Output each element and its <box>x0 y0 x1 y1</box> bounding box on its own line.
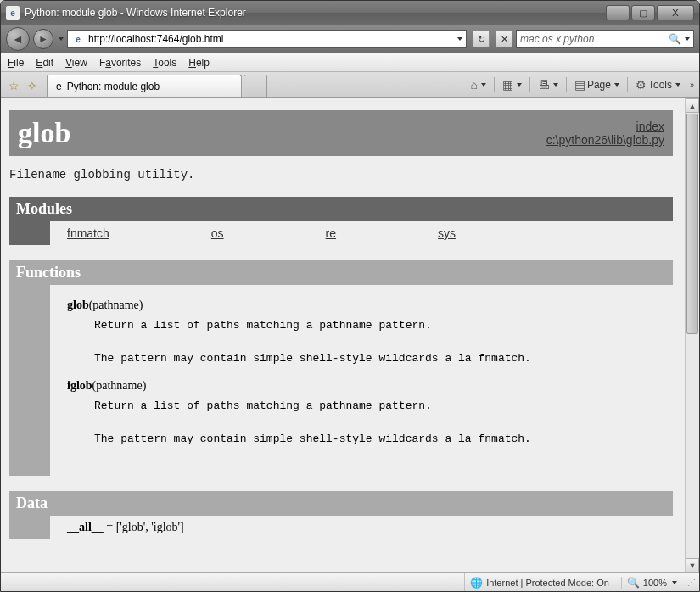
address-bar[interactable]: e <box>67 30 467 48</box>
data-heading: Data <box>9 491 673 516</box>
resize-grip[interactable]: ⋰ <box>687 578 694 587</box>
menu-bar: File Edit View Favorites Tools Help <box>1 53 699 72</box>
function-glob: glob(pathname) <box>67 299 656 312</box>
tab-toolbar: ☆ ✧ e Python: module glob ⌂ ▦ 🖶 ▤Page ⚙T… <box>1 72 699 98</box>
print-button[interactable]: 🖶 <box>535 76 561 93</box>
scroll-down-button[interactable]: ▼ <box>686 558 699 572</box>
functions-heading: Functions <box>9 260 673 285</box>
home-button[interactable]: ⌂ <box>468 76 488 93</box>
gear-icon: ⚙ <box>636 78 647 92</box>
search-button[interactable]: 🔍 <box>666 31 683 47</box>
page-content: glob index c:\python26\lib\glob.py Filen… <box>1 98 685 572</box>
new-tab-button[interactable] <box>244 75 267 97</box>
tab-favicon-icon: e <box>56 81 62 92</box>
address-input[interactable] <box>88 33 456 45</box>
add-favorites-icon[interactable]: ✧ <box>25 78 40 93</box>
status-done <box>6 573 193 591</box>
module-link-os[interactable]: os <box>211 226 224 240</box>
modules-list: fnmatch os re sys <box>50 221 673 245</box>
feeds-icon: ▦ <box>502 78 513 92</box>
window-title: Python: module glob - Windows Internet E… <box>25 7 604 19</box>
module-link-re[interactable]: re <box>326 226 336 240</box>
function-glob-doc: Return a list of paths matching a pathna… <box>94 317 656 367</box>
search-input[interactable] <box>520 33 666 45</box>
nav-toolbar: ◄ ► e ↻ ✕ 🔍 <box>1 25 699 53</box>
print-icon: 🖶 <box>538 78 550 92</box>
browser-window: e Python: module glob - Windows Internet… <box>0 0 700 592</box>
menu-edit[interactable]: Edit <box>36 57 53 69</box>
recent-pages-dropdown[interactable] <box>59 37 64 41</box>
modules-heading: Modules <box>9 197 673 221</box>
module-link-sys[interactable]: sys <box>438 226 456 240</box>
menu-tools[interactable]: Tools <box>153 57 176 69</box>
window-controls: — ▢ X <box>604 5 694 20</box>
index-link[interactable]: index <box>546 120 664 133</box>
status-bar: 🌐 Internet | Protected Mode: On 🔍 100% ⋰ <box>1 572 699 591</box>
page-menu-button[interactable]: ▤Page <box>572 76 622 93</box>
active-tab[interactable]: e Python: module glob <box>47 75 242 97</box>
function-iglob-doc: Return a list of paths matching a pathna… <box>94 398 656 448</box>
functions-list: glob(pathname) Return a list of paths ma… <box>50 285 673 476</box>
zoom-dropdown[interactable] <box>672 581 677 584</box>
menu-view[interactable]: View <box>65 57 87 69</box>
module-name: glob <box>18 117 70 149</box>
address-dropdown[interactable] <box>457 37 462 41</box>
scroll-up-button[interactable]: ▲ <box>686 98 699 113</box>
command-bar: ⌂ ▦ 🖶 ▤Page ⚙Tools » <box>468 76 694 97</box>
page-favicon-icon: e <box>71 32 85 46</box>
zoom-control[interactable]: 🔍 100% <box>621 577 677 589</box>
function-iglob: iglob(pathname) <box>67 379 656 393</box>
favorites-star-icon[interactable]: ☆ <box>6 78 21 93</box>
ie-favicon: e <box>6 6 20 20</box>
titlebar: e Python: module glob - Windows Internet… <box>1 1 699 25</box>
search-provider-dropdown[interactable] <box>685 37 690 41</box>
tab-title: Python: module glob <box>67 81 160 92</box>
scroll-thumb[interactable] <box>686 114 698 334</box>
status-zone: 🌐 Internet | Protected Mode: On <box>464 573 614 591</box>
refresh-button[interactable]: ↻ <box>473 31 490 47</box>
close-button[interactable]: X <box>657 5 694 20</box>
home-icon: ⌂ <box>470 78 477 92</box>
stop-button[interactable]: ✕ <box>496 31 512 47</box>
module-link-fnmatch[interactable]: fnmatch <box>67 226 109 240</box>
tools-menu-button[interactable]: ⚙Tools <box>633 76 683 93</box>
toolbar-overflow[interactable]: » <box>690 81 694 89</box>
forward-button[interactable]: ► <box>33 29 53 49</box>
module-header: glob index c:\python26\lib\glob.py <box>9 110 673 156</box>
back-button[interactable]: ◄ <box>6 27 30 51</box>
search-bar[interactable]: 🔍 <box>516 30 694 48</box>
menu-help[interactable]: Help <box>188 57 210 69</box>
maximize-button[interactable]: ▢ <box>631 5 655 20</box>
source-path-link[interactable]: c:\python26\lib\glob.py <box>546 133 664 147</box>
data-entry: __all__ = ['glob', 'iglob'] <box>50 516 673 539</box>
module-description: Filename globbing utility. <box>9 156 673 197</box>
minimize-button[interactable]: — <box>606 5 630 20</box>
feeds-button[interactable]: ▦ <box>500 76 524 93</box>
menu-file[interactable]: File <box>8 57 24 69</box>
internet-zone-icon: 🌐 <box>470 577 483 589</box>
zoom-icon: 🔍 <box>627 577 640 589</box>
content-viewport: glob index c:\python26\lib\glob.py Filen… <box>1 98 699 572</box>
menu-favorites[interactable]: Favorites <box>99 57 141 69</box>
vertical-scrollbar[interactable]: ▲ ▼ <box>685 98 699 572</box>
page-icon: ▤ <box>574 78 585 92</box>
